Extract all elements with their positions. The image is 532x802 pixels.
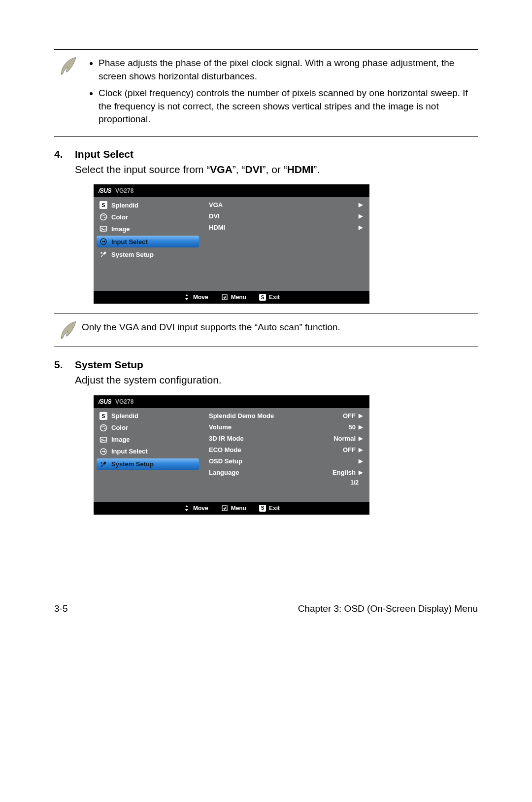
menu-icon (100, 250, 107, 258)
updown-icon (183, 505, 190, 512)
option-label: Volume (209, 423, 349, 431)
menu-icon (100, 424, 107, 432)
monitor-model: VG278 (115, 187, 133, 194)
chevron-right-icon: ▶ (359, 202, 363, 208)
sec4-end: ”. (313, 164, 320, 175)
section-5-title: System Setup (75, 359, 143, 371)
enter-icon (221, 505, 228, 512)
option-value: English (332, 469, 356, 476)
page-number: 3-5 (54, 603, 67, 614)
osd-option-language[interactable]: LanguageEnglish▶ (202, 467, 366, 478)
menu-icon (100, 436, 107, 444)
option-value: OFF (343, 446, 356, 453)
sec4-vga: VGA (210, 164, 233, 175)
footer-menu-label: Menu (231, 294, 246, 301)
s-badge-icon: S (259, 294, 266, 301)
section-4-title: Input Select (75, 148, 133, 160)
menu-label: Input Select (111, 448, 148, 455)
option-value: 50 (349, 423, 356, 431)
footer-move-label: Move (193, 505, 208, 512)
sec4-dvi: DVI (245, 164, 262, 175)
footer-menu-label: Menu (231, 505, 246, 512)
osd-option-3d-ir-mode[interactable]: 3D IR ModeNormal▶ (202, 433, 366, 444)
chevron-right-icon: ▶ (359, 424, 363, 430)
osd-left-menu: SSplendidColorImageInput SelectSystem Se… (94, 408, 202, 502)
chevron-right-icon: ▶ (359, 469, 363, 476)
monitor-model: VG278 (115, 398, 133, 405)
sec4-mid2: ”, or “ (262, 164, 287, 175)
section-5-header: 5. System Setup (54, 359, 478, 371)
osd-option-hdmi[interactable]: HDMI▶ (202, 222, 366, 233)
menu-icon (100, 225, 107, 233)
menu-label: Color (111, 424, 128, 431)
footer-exit: SExit (259, 505, 280, 512)
osd-option-osd-setup[interactable]: OSD Setup▶ (202, 455, 366, 467)
osd-left-item-splendid[interactable]: SSplendid (94, 199, 202, 211)
menu-icon (100, 448, 107, 455)
section-4-body: Select the input source from “VGA”, “DVI… (75, 162, 478, 176)
footer-menu: Menu (221, 505, 246, 512)
sec4-hdmi: HDMI (287, 164, 314, 175)
svg-point-2 (100, 214, 107, 220)
menu-icon (100, 213, 107, 221)
footer-exit-label: Exit (269, 294, 280, 301)
section-5-number: 5. (54, 359, 75, 371)
osd-left-item-color[interactable]: Color (94, 422, 202, 434)
option-label: ECO Mode (209, 446, 343, 453)
footer-move: Move (183, 505, 208, 512)
menu-label: Image (111, 436, 130, 443)
chevron-right-icon: ▶ (359, 458, 363, 464)
osd-left-item-input-select[interactable]: Input Select (94, 446, 202, 457)
osd-option-splendid-demo-mode[interactable]: Splendid Demo ModeOFF▶ (202, 410, 366, 421)
osd-option-eco-mode[interactable]: ECO ModeOFF▶ (202, 444, 366, 455)
osd-left-item-splendid[interactable]: SSplendid (94, 410, 202, 422)
osd-pager: 1/2 (202, 478, 366, 487)
footer-exit: SExit (259, 294, 280, 301)
enter-icon (221, 294, 228, 301)
chevron-right-icon: ▶ (359, 213, 363, 219)
sec4-mid1: ”, “ (233, 164, 245, 175)
note-content: Phase adjusts the phase of the pixel clo… (82, 54, 478, 130)
chevron-right-icon: ▶ (359, 413, 363, 419)
svg-point-14 (103, 426, 104, 427)
osd-right-panel: VGA▶DVI▶HDMI▶ (202, 197, 369, 291)
svg-rect-9 (222, 295, 227, 300)
chevron-right-icon: ▶ (359, 447, 363, 453)
osd-left-item-color[interactable]: Color (94, 211, 202, 223)
osd-left-item-system-setup[interactable]: System Setup (94, 248, 202, 260)
osd-left-item-input-select[interactable]: Input Select (97, 236, 199, 247)
footer-move-label: Move (193, 294, 208, 301)
option-label: OSD Setup (209, 457, 359, 465)
menu-label: Input Select (111, 238, 148, 245)
menu-icon: S (100, 201, 107, 209)
option-label: 3D IR Mode (209, 435, 333, 442)
menu-label: Splendid (111, 412, 138, 419)
svg-point-5 (104, 217, 105, 218)
osd-option-vga[interactable]: VGA▶ (202, 199, 366, 210)
osd-option-volume[interactable]: Volume50▶ (202, 421, 366, 433)
osd-left-item-system-setup[interactable]: System Setup (97, 458, 199, 470)
osd-body: SSplendidColorImageInput SelectSystem Se… (94, 408, 369, 502)
menu-label: System Setup (111, 251, 154, 258)
svg-point-15 (104, 428, 105, 429)
footer-exit-label: Exit (269, 505, 280, 512)
note1-bullet-1: Clock (pixel frequency) controls the num… (99, 87, 478, 126)
page-footer: 3-5 Chapter 3: OSD (On-Screen Display) M… (54, 603, 478, 614)
chevron-right-icon: ▶ (359, 224, 363, 231)
osd-option-dvi[interactable]: DVI▶ (202, 210, 366, 222)
svg-text:S: S (101, 202, 105, 208)
osd-footer: MoveMenuSExit (94, 502, 369, 515)
chevron-right-icon: ▶ (359, 435, 363, 442)
feather-icon (54, 318, 82, 341)
osd-left-item-image[interactable]: Image (94, 223, 202, 235)
footer-move: Move (183, 294, 208, 301)
osd-left-item-image[interactable]: Image (94, 434, 202, 446)
chapter-label: Chapter 3: OSD (On-Screen Display) Menu (298, 603, 478, 614)
option-label: Language (209, 469, 332, 476)
menu-icon (100, 238, 107, 245)
note-block-1: Phase adjusts the phase of the pixel clo… (54, 49, 478, 137)
section-5-body: Adjust the system configuration. (75, 373, 478, 387)
menu-label: Splendid (111, 202, 138, 209)
osd-left-menu: SSplendidColorImageInput SelectSystem Se… (94, 197, 202, 291)
svg-text:S: S (101, 413, 105, 419)
